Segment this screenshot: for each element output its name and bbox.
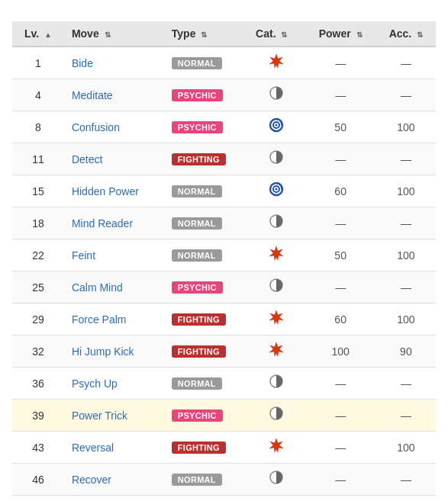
acc-cell: 100 <box>376 432 436 464</box>
cat-sort-icon[interactable]: ⇅ <box>281 31 287 39</box>
cat-icon <box>268 437 285 458</box>
type-cell: NORMAL <box>164 175 248 207</box>
acc-cell: 100 <box>376 111 436 143</box>
move-cell: Power Trick <box>64 400 164 432</box>
move-cell: Force Palm <box>64 303 164 336</box>
type-cell: NORMAL <box>164 207 248 239</box>
cat-icon <box>268 405 285 426</box>
move-link[interactable]: Detect <box>72 153 102 165</box>
cat-cell <box>248 336 305 368</box>
move-link[interactable]: Power Trick <box>72 409 127 422</box>
power-cell: — <box>305 271 376 303</box>
lv-cell: 22 <box>12 239 64 271</box>
moves-table: Lv. ▲ Move ⇅ Type ⇅ Cat. ⇅ Power ⇅ Acc. … <box>12 21 436 496</box>
table-row: 1 Bide NORMAL — — <box>12 47 436 79</box>
type-badge: PSYCHIC <box>172 89 223 101</box>
move-link[interactable]: Reversal <box>72 442 114 454</box>
cat-cell <box>248 303 305 336</box>
table-row: 39 Power Trick PSYCHIC — — <box>12 400 436 432</box>
table-row: 4 Meditate PSYCHIC — — <box>12 79 436 111</box>
lv-cell: 25 <box>12 271 64 303</box>
power-cell: — <box>305 207 376 239</box>
power-sort-icon[interactable]: ⇅ <box>356 31 363 39</box>
power-cell: 50 <box>305 111 376 143</box>
svg-point-4 <box>276 124 278 127</box>
acc-value: — <box>401 474 411 486</box>
move-cell: Feint <box>64 239 164 271</box>
status-cat-icon <box>268 373 285 390</box>
move-link[interactable]: Hi Jump Kick <box>72 345 134 358</box>
move-cell: Hi Jump Kick <box>64 336 164 368</box>
move-link[interactable]: Force Palm <box>72 313 127 326</box>
acc-value: — <box>401 153 411 165</box>
power-cell: 100 <box>305 336 376 368</box>
lv-cell: 18 <box>12 207 64 239</box>
move-link[interactable]: Meditate <box>72 89 113 101</box>
acc-cell: — <box>376 47 436 79</box>
power-value: 60 <box>334 185 346 198</box>
move-link[interactable]: Mind Reader <box>72 217 133 230</box>
table-row: 22 Feint NORMAL 50 100 <box>12 239 436 271</box>
type-cell: PSYCHIC <box>164 79 248 111</box>
acc-value: 90 <box>400 345 412 358</box>
acc-value: 100 <box>397 249 414 262</box>
move-link[interactable]: Calm Mind <box>72 281 123 294</box>
type-badge: FIGHTING <box>172 442 226 454</box>
table-row: 25 Calm Mind PSYCHIC — — <box>12 271 436 303</box>
move-link[interactable]: Psych Up <box>72 377 118 390</box>
lv-cell: 29 <box>12 303 64 336</box>
power-value: — <box>335 281 346 294</box>
cat-cell <box>248 175 305 207</box>
power-value: — <box>335 442 346 454</box>
acc-cell: — <box>376 271 436 303</box>
type-cell: NORMAL <box>164 368 248 400</box>
type-badge: FIGHTING <box>172 345 226 358</box>
type-badge: NORMAL <box>172 249 222 262</box>
col-type: Type ⇅ <box>164 21 248 47</box>
cat-cell <box>248 368 305 400</box>
move-link[interactable]: Feint <box>72 249 95 262</box>
move-cell: Meditate <box>64 79 164 111</box>
type-cell: NORMAL <box>164 47 248 79</box>
move-link[interactable]: Hidden Power <box>72 185 139 198</box>
type-badge: NORMAL <box>172 57 222 69</box>
power-value: — <box>335 217 346 230</box>
status-cat-icon <box>268 149 285 165</box>
move-link[interactable]: Bide <box>72 57 93 69</box>
power-cell: 60 <box>305 303 376 336</box>
cat-cell <box>248 79 305 111</box>
acc-value: — <box>401 57 411 69</box>
type-badge: PSYCHIC <box>172 281 223 294</box>
lv-cell: 43 <box>12 432 64 464</box>
move-link[interactable]: Recover <box>72 474 111 486</box>
move-link[interactable]: Confusion <box>72 121 120 133</box>
lv-cell: 36 <box>12 368 64 400</box>
table-row: 46 Recover NORMAL — — <box>12 464 436 496</box>
type-sort-icon[interactable]: ⇅ <box>201 31 207 39</box>
cat-cell <box>248 111 305 143</box>
cat-cell <box>248 143 305 175</box>
table-row: 18 Mind Reader NORMAL — — <box>12 207 436 239</box>
move-cell: Bide <box>64 47 164 79</box>
power-cell: — <box>305 400 376 432</box>
special-cat-icon <box>268 181 285 198</box>
svg-marker-0 <box>269 54 283 68</box>
type-cell: FIGHTING <box>164 143 248 175</box>
table-row: 32 Hi Jump Kick FIGHTING 100 90 <box>12 336 436 368</box>
cat-cell <box>248 207 305 239</box>
table-row: 8 Confusion PSYCHIC 50 100 <box>12 111 436 143</box>
acc-sort-icon[interactable]: ⇅ <box>417 31 423 39</box>
acc-value: — <box>401 409 411 422</box>
type-cell: PSYCHIC <box>164 400 248 432</box>
move-sort-icon[interactable]: ⇅ <box>105 31 111 39</box>
type-cell: NORMAL <box>164 239 248 271</box>
acc-value: — <box>401 89 411 101</box>
acc-cell: 100 <box>376 303 436 336</box>
table-row: 36 Psych Up NORMAL — — <box>12 368 436 400</box>
power-value: — <box>335 89 346 101</box>
type-cell: NORMAL <box>164 464 248 496</box>
type-badge: NORMAL <box>172 377 222 390</box>
lv-sort-icon[interactable]: ▲ <box>44 31 52 39</box>
power-value: — <box>335 57 346 69</box>
power-cell: 50 <box>305 239 376 271</box>
